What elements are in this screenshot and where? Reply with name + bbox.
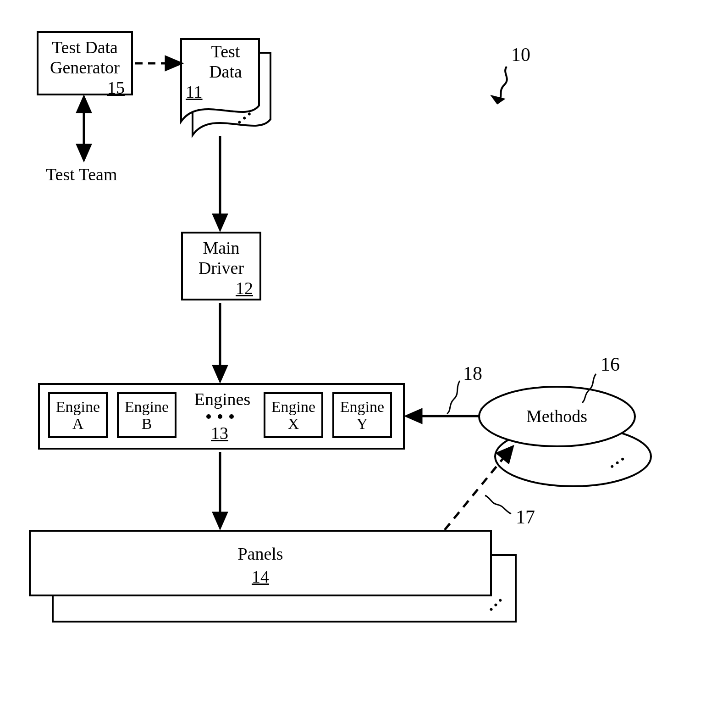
panels-label: Panels	[237, 544, 283, 564]
diagram-canvas: 10 Test Data Generator 15 Test Data 11	[0, 0, 728, 706]
box-panels: Panels 14	[29, 530, 492, 596]
panels-num: 14	[252, 567, 269, 587]
panels-back-rect	[0, 0, 728, 706]
